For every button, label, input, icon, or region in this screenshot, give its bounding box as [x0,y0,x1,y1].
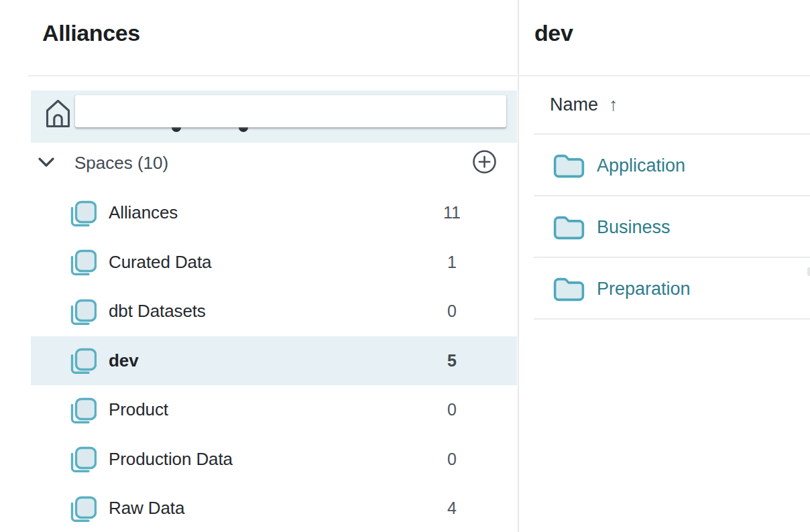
sort-ascending-icon: ↑ [609,94,618,115]
folders-table: Application Business Preparation [518,135,810,320]
space-item-count: 0 [438,450,466,469]
name-column-header[interactable]: Name ↑ [518,76,810,133]
space-item-label: dev [109,350,139,371]
space-item-count: 0 [438,400,466,419]
folder-name-link[interactable]: Business [597,217,671,238]
space-item-count: 1 [438,253,466,272]
folder-name-link[interactable]: Application [597,155,685,176]
folder-icon [553,277,585,302]
space-item-label: dbt Datasets [109,301,206,322]
space-icon [66,296,97,327]
space-item-label: Production Data [109,449,233,470]
left-panel-title: Alliances [42,20,140,46]
home-icon [44,98,72,132]
row-divider [534,318,810,320]
folder-row[interactable]: Application [518,135,810,196]
name-column-label: Name [550,94,598,115]
space-item-count: 5 [438,351,466,371]
space-list-item[interactable]: dbt Datasets 0 [31,287,517,336]
space-item-label: Product [109,399,168,420]
space-icon [66,395,97,425]
space-list-item[interactable]: Alliances 11 [31,188,517,238]
right-panel-title: dev [534,20,573,46]
space-icon [66,345,97,376]
space-list-item[interactable]: Production Data 0 [31,435,517,484]
space-icon [66,198,97,228]
folder-row[interactable]: Preparation [518,258,810,320]
space-item-label: Alliances [109,202,178,223]
space-list-item[interactable]: Product 0 [31,385,517,435]
folder-icon [553,215,585,240]
clipped-edge-element [807,267,810,276]
space-item-count: 4 [438,498,466,518]
space-list-item[interactable]: dev 5 [31,336,517,386]
space-item-count: 11 [438,203,466,222]
spaces-section-header: Spaces (10) [31,143,517,182]
spaces-list: Alliances 11 Curated Data 1 dbt Datasets… [31,188,517,532]
space-icon [66,247,97,277]
spaces-section-label: Spaces (10) [74,153,168,173]
folder-icon [553,153,585,178]
space-icon [66,493,97,524]
space-item-label: Curated Data [109,252,211,273]
home-item[interactable] [31,90,517,143]
space-list-item[interactable]: Raw Data 4 [31,484,517,532]
folder-name-link[interactable]: Preparation [597,279,691,300]
plus-circle-icon [472,166,497,176]
folder-row[interactable]: Business [518,196,810,258]
redacted-label-overlay [75,95,506,127]
space-item-count: 0 [438,302,466,321]
add-space-button[interactable] [472,149,497,174]
space-item-label: Raw Data [109,498,184,519]
chevron-down-icon[interactable] [38,157,55,170]
left-title-divider [28,75,517,76]
space-list-item[interactable]: Curated Data 1 [31,238,517,287]
space-icon [66,444,97,474]
